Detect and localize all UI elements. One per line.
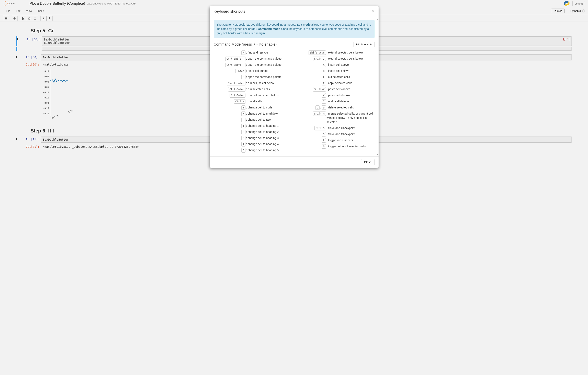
- shortcut-keys: Shift-V: [294, 87, 327, 92]
- shortcut-keys: 5: [214, 148, 246, 153]
- esc-key: Esc: [253, 43, 260, 46]
- key-shift-m: Shift-M: [313, 112, 326, 116]
- key-shift-v: Shift-V: [313, 87, 326, 92]
- shortcut-row: Ychange cell to code: [214, 104, 294, 111]
- shortcut-description: Save and Checkpoint: [327, 126, 375, 130]
- shortcut-row: Shift-Vpaste cells above: [294, 86, 375, 92]
- shortcut-keys: Enter: [214, 69, 246, 73]
- key-d: D: [322, 105, 326, 110]
- shortcut-row: 2change cell to heading 2: [214, 129, 294, 135]
- shortcut-row: Shift-Jextend selected cells below: [294, 56, 375, 62]
- shortcut-row: Ccopy selected cells: [294, 80, 375, 86]
- shortcut-description: toggle line numbers: [327, 138, 375, 142]
- shortcut-row: 5change cell to heading 5: [214, 147, 294, 153]
- shortcut-description: run cell, select below: [246, 81, 294, 85]
- shortcut-keys: M: [214, 112, 246, 116]
- key-shift-j: Shift-J: [313, 57, 326, 61]
- keyboard-shortcuts-modal: Keyboard shortcuts × ▴ The Jupyter Noteb…: [210, 6, 378, 155]
- shortcut-row: Mchange cell to markdown: [214, 111, 294, 117]
- shortcut-keys: X: [294, 75, 327, 79]
- key-v: V: [322, 93, 326, 98]
- shortcut-description: insert cell above: [327, 63, 375, 67]
- shortcut-description: paste cells above: [327, 87, 375, 91]
- shortcut-keys: A: [294, 63, 327, 67]
- shortcut-keys: L: [294, 138, 327, 143]
- scroll-up-icon[interactable]: ▴: [377, 18, 378, 20]
- shortcut-keys: V: [294, 93, 327, 98]
- shortcut-keys: Ctrl-Shift-P: [214, 63, 246, 67]
- key-y: Y: [242, 105, 245, 110]
- shortcut-description: delete selected cells: [327, 105, 375, 110]
- shortcut-description: find and replace: [246, 51, 294, 55]
- shortcut-row: Shift-Mmerge selected cells, or current …: [294, 111, 375, 125]
- shortcut-keys: Z: [294, 99, 327, 104]
- key-f: F: [242, 51, 245, 55]
- modal-header: Keyboard shortcuts ×: [210, 6, 378, 17]
- key-b: B: [322, 69, 326, 73]
- shortcut-description: change cell to heading 1: [246, 124, 294, 128]
- shortcut-keys: Shift-M: [294, 112, 327, 116]
- shortcut-row: Popen the command palette: [214, 74, 294, 80]
- key-s: S: [322, 132, 326, 136]
- key-p: P: [242, 75, 245, 79]
- edit-shortcuts-button[interactable]: Edit Shortcuts: [354, 42, 375, 47]
- shortcut-row: Xcut selected cells: [294, 74, 375, 80]
- shortcut-description: change cell to markdown: [246, 112, 294, 116]
- key-ctrl-k: Ctrl-K: [234, 99, 245, 104]
- shortcut-keys: Ctrl-S: [294, 126, 327, 130]
- shortcuts-left-column: Ffind and replaceCtrl-Shift-Fopen the co…: [214, 50, 294, 153]
- shortcut-description: copy selected cells: [327, 81, 375, 85]
- shortcut-description: undo cell deletion: [327, 99, 375, 104]
- shortcut-description: open the command palette: [246, 63, 294, 67]
- shortcut-keys: O: [294, 144, 327, 149]
- shortcut-keys: Shift-Enter: [214, 81, 246, 85]
- shortcut-row: Ltoggle line numbers: [294, 137, 375, 144]
- key-ctrl-enter: Ctrl-Enter: [228, 87, 245, 92]
- shortcut-keys: Ctrl-K: [214, 99, 246, 104]
- shortcut-description: change cell to raw: [246, 118, 294, 122]
- modal-body[interactable]: The Jupyter Notebook has two different k…: [210, 17, 378, 155]
- key-c: C: [322, 81, 326, 85]
- shortcut-keys: B: [294, 69, 327, 73]
- shortcut-row: Ffind and replace: [214, 50, 294, 56]
- shortcut-keys: Y: [214, 105, 246, 110]
- key-ctrl-shift-p: Ctrl-Shift-P: [225, 63, 245, 67]
- shortcut-row: Ctrl-SSave and Checkpoint: [294, 125, 375, 131]
- close-icon[interactable]: ×: [372, 9, 375, 14]
- shortcut-description: cut selected cells: [327, 75, 375, 79]
- shortcut-description: run selected cells: [246, 87, 294, 91]
- key-shift-enter: Shift-Enter: [227, 81, 245, 85]
- shortcut-description: change cell to heading 3: [246, 136, 294, 140]
- key-m: M: [242, 112, 245, 116]
- shortcut-row: Zundo cell deletion: [294, 98, 375, 104]
- modal-title: Keyboard shortcuts: [214, 9, 245, 14]
- mode-info-alert: The Jupyter Notebook has two different k…: [214, 20, 375, 38]
- shortcut-keys: Alt-Enter: [214, 93, 246, 98]
- key-z: Z: [322, 99, 326, 104]
- shortcut-keys: Shift-Down: [294, 51, 327, 55]
- shortcut-description: extend selected cells below: [327, 57, 375, 61]
- shortcut-row: Enterenter edit mode: [214, 68, 294, 74]
- shortcut-row: Ctrl-Enterrun selected cells: [214, 86, 294, 92]
- shortcut-row: Ctrl-Shift-Fopen the command palette: [214, 56, 294, 62]
- key-ctrl-shift-f: Ctrl-Shift-F: [225, 57, 245, 61]
- shortcut-keys: P: [214, 75, 246, 79]
- scroll-down-icon[interactable]: ▾: [377, 153, 378, 155]
- shortcut-keys: F: [214, 51, 246, 55]
- shortcut-description: enter edit mode: [246, 69, 294, 73]
- shortcut-row: 1change cell to heading 1: [214, 123, 294, 129]
- shortcut-description: open the command palette: [246, 57, 294, 61]
- shortcut-keys: R: [214, 118, 246, 122]
- shortcut-keys: Ctrl-Enter: [214, 87, 246, 92]
- shortcut-keys: 3: [214, 136, 246, 140]
- shortcut-row: 3change cell to heading 3: [214, 135, 294, 141]
- shortcut-description: change cell to heading 2: [246, 130, 294, 134]
- shortcut-keys: Ctrl-Shift-F: [214, 57, 246, 61]
- key-4: 4: [242, 142, 245, 146]
- shortcut-description: run cell and insert below: [246, 93, 294, 97]
- shortcut-row: Alt-Enterrun cell and insert below: [214, 92, 294, 98]
- shortcut-description: extend selected cells below: [327, 51, 375, 55]
- key-3: 3: [242, 136, 245, 140]
- key-5: 5: [242, 148, 245, 153]
- shortcut-row: D , Ddelete selected cells: [294, 104, 375, 111]
